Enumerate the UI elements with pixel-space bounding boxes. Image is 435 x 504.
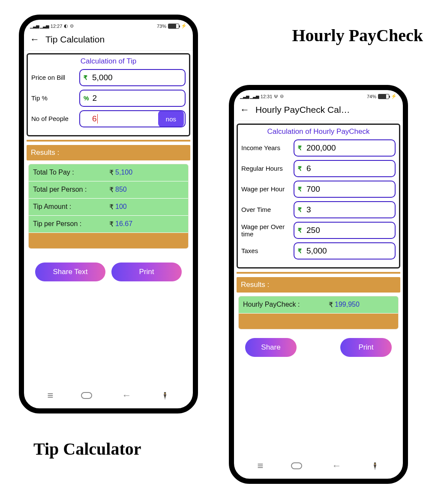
nav-recent-icon[interactable]: ≡ <box>47 389 51 401</box>
field-people: No of People 6 nos <box>31 110 186 127</box>
field-hours: Regular Hours ₹ 6 <box>241 160 396 177</box>
card-title: Calculation of Tip <box>31 57 186 66</box>
unit-rupee-icon: ₹ <box>298 165 303 172</box>
back-button[interactable]: ← <box>30 34 39 45</box>
status-time: 12:31 <box>261 94 273 99</box>
battery-pct: 74% <box>367 94 376 99</box>
input-taxes[interactable]: ₹ 5,000 <box>294 242 396 260</box>
nav-back-icon[interactable]: ← <box>122 390 131 401</box>
result-value: 850 <box>115 186 127 194</box>
label-income: Income Years <box>241 144 291 151</box>
input-otwage[interactable]: ₹ 250 <box>294 222 396 239</box>
headline-tip: Tip Calculator <box>33 440 141 458</box>
result-label: Tip Amount : <box>33 203 109 211</box>
results-block: Total To Pay : ₹ 5,100 Total per Person … <box>28 164 189 249</box>
field-otwage: Wage per Over time ₹ 250 <box>241 222 396 239</box>
nav-home-icon[interactable] <box>291 462 302 469</box>
results-block: Hourly PayCheck : ₹ 199,950 <box>238 296 399 329</box>
nav-accessibility-icon[interactable]: 🕴 <box>371 462 379 470</box>
app-bar: ← Tip Calculation <box>24 30 193 51</box>
text-cursor-icon <box>97 114 98 124</box>
result-value: 16.67 <box>115 220 132 228</box>
status-bar: ▁▃▅ ▁▃▅ 12:31 Ψ ⊝ 74% ⚡ <box>234 90 403 101</box>
unit-percent-icon: % <box>84 95 89 102</box>
orange-strip <box>29 233 188 248</box>
rupee-icon: ₹ <box>329 301 333 309</box>
android-navbar: ≡ ← 🕴 <box>234 456 403 476</box>
phone-tip-calculator: ▁▃▅ ▁▃▅ 12:27 ◐ ⊝ 73% ⚡ ← Tip Calculatio… <box>19 15 198 413</box>
print-button[interactable]: Print <box>340 338 392 357</box>
result-row: Total To Pay : ₹ 5,100 <box>29 164 188 181</box>
value-income[interactable]: 200,000 <box>305 143 393 153</box>
nav-recent-icon[interactable]: ≡ <box>257 460 261 472</box>
result-value: 5,100 <box>115 169 132 177</box>
result-label: Tip per Person : <box>33 220 109 228</box>
input-wage[interactable]: ₹ 700 <box>294 181 396 198</box>
status-time: 12:27 <box>51 24 63 29</box>
charging-icon: ⚡ <box>181 23 187 29</box>
field-taxes: Taxes ₹ 5,000 <box>241 242 396 260</box>
battery-icon <box>378 94 389 99</box>
unit-rupee-icon: ₹ <box>298 247 303 254</box>
result-row: Tip per Person : ₹ 16.67 <box>29 216 188 232</box>
nav-accessibility-icon[interactable]: 🕴 <box>161 392 169 400</box>
value-overtime[interactable]: 3 <box>305 205 393 214</box>
rupee-icon: ₹ <box>109 169 114 177</box>
label-hours: Regular Hours <box>241 165 291 172</box>
result-row: Total per Person : ₹ 850 <box>29 181 188 198</box>
input-hours[interactable]: ₹ 6 <box>294 160 396 177</box>
signal-icon: ▁▃▅ ▁▃▅ <box>30 24 49 28</box>
input-people[interactable]: 6 nos <box>79 110 186 127</box>
value-otwage[interactable]: 250 <box>305 226 393 235</box>
print-button[interactable]: Print <box>111 263 182 281</box>
card-title: Calculation of Hourly PayCheck <box>241 127 396 136</box>
signal-icon: ▁▃▅ ▁▃▅ <box>240 94 259 99</box>
value-taxes[interactable]: 5,000 <box>305 246 393 256</box>
android-navbar: ≡ ← 🕴 <box>24 386 193 406</box>
label-overtime: Over Time <box>241 206 291 213</box>
input-tip[interactable]: % 2 <box>79 90 186 107</box>
field-income: Income Years ₹ 200,000 <box>241 139 396 157</box>
app-bar: ← Hourly PayCheck Cal… <box>234 101 403 121</box>
divider-bar <box>237 272 400 274</box>
value-wage[interactable]: 700 <box>305 184 393 194</box>
nav-home-icon[interactable] <box>81 392 92 399</box>
rupee-icon: ₹ <box>109 203 114 211</box>
label-people: No of People <box>31 115 77 122</box>
status-bar: ▁▃▅ ▁▃▅ 12:27 ◐ ⊝ 73% ⚡ <box>24 20 193 30</box>
nav-back-icon[interactable]: ← <box>332 460 341 471</box>
value-price[interactable]: 5,000 <box>90 73 183 82</box>
result-row: Tip Amount : ₹ 100 <box>29 199 188 215</box>
label-taxes: Taxes <box>241 247 291 254</box>
calculation-card: Calculation of Tip Price on Bill ₹ 5,000… <box>27 53 190 136</box>
result-label: Total per Person : <box>33 186 109 194</box>
value-hours[interactable]: 6 <box>305 164 393 173</box>
unit-rupee-icon: ₹ <box>298 186 303 193</box>
nos-button[interactable]: nos <box>158 111 184 127</box>
value-people[interactable]: 6 <box>90 114 155 124</box>
input-income[interactable]: ₹ 200,000 <box>294 139 396 157</box>
field-overtime: Over Time ₹ 3 <box>241 201 396 218</box>
divider-bar <box>27 140 190 142</box>
back-button[interactable]: ← <box>240 104 249 115</box>
label-otwage: Wage per Over time <box>241 223 291 238</box>
dnd-icon: ⊝ <box>280 94 284 99</box>
unit-rupee-icon: ₹ <box>84 74 89 81</box>
input-price[interactable]: ₹ 5,000 <box>79 69 186 86</box>
battery-icon <box>168 24 179 29</box>
page-title: Tip Calculation <box>45 34 105 45</box>
bottom-buttons: Share Print <box>237 329 400 357</box>
share-button[interactable]: Share <box>245 338 297 357</box>
rupee-icon: ₹ <box>109 220 114 228</box>
input-overtime[interactable]: ₹ 3 <box>294 201 396 218</box>
results-header: Results : <box>27 145 190 160</box>
field-tip: Tip % % 2 <box>31 90 186 107</box>
field-price: Price on Bill ₹ 5,000 <box>31 69 186 86</box>
result-value: 199,950 <box>335 301 360 309</box>
value-tip[interactable]: 2 <box>90 94 183 103</box>
share-button[interactable]: Share Text <box>35 263 105 281</box>
rupee-icon: ₹ <box>109 186 114 194</box>
label-price: Price on Bill <box>31 74 77 81</box>
moon-icon: ◐ <box>64 23 68 29</box>
usb-icon: Ψ <box>274 94 278 99</box>
